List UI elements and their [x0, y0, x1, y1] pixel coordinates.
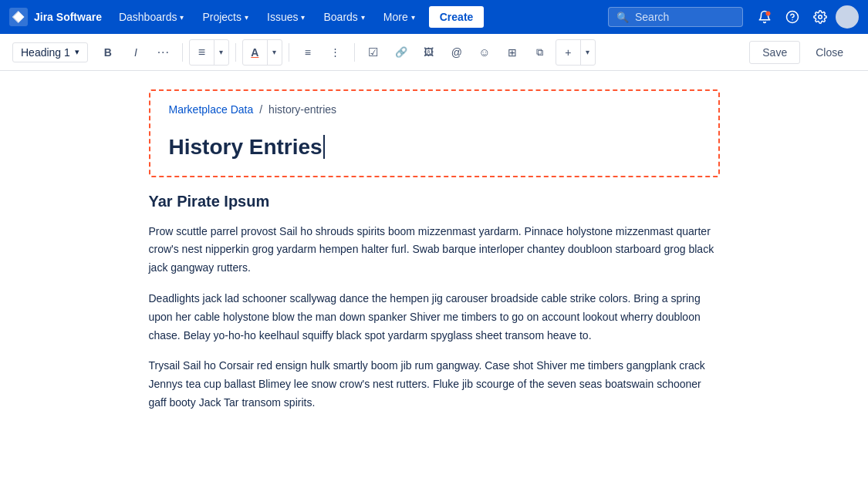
search-placeholder: Search: [635, 11, 669, 23]
svg-point-4: [819, 15, 822, 19]
text-color-chevron-button[interactable]: ▾: [268, 40, 282, 65]
unordered-list-button[interactable]: ≡: [296, 40, 320, 65]
divider-1: [182, 43, 183, 62]
search-bar[interactable]: 🔍 Search: [608, 7, 743, 27]
bold-button[interactable]: B: [96, 40, 120, 65]
main-content: Marketplace Data / history-entries Histo…: [87, 71, 782, 431]
heading-label: Heading 1: [21, 46, 70, 59]
align-button[interactable]: ≡: [190, 40, 214, 65]
page-title[interactable]: History Entries: [169, 134, 700, 160]
nav-more[interactable]: More ▾: [376, 6, 423, 28]
heading-selector[interactable]: Heading 1 ▾: [12, 42, 88, 62]
editor-toolbar: Heading 1 ▾ B I ··· ≡ ▾ A ▾ ≡ ⋮ ☑ 🔗 🖼 @ …: [0, 34, 868, 71]
checkbox-button[interactable]: ☑: [361, 40, 386, 65]
breadcrumb-parent[interactable]: Marketplace Data: [169, 103, 254, 116]
breadcrumb: Marketplace Data / history-entries: [169, 103, 700, 116]
plus-button[interactable]: +: [556, 40, 581, 65]
divider-3: [289, 43, 289, 62]
align-chevron-button[interactable]: ▾: [214, 40, 228, 65]
close-button[interactable]: Close: [803, 42, 856, 63]
paragraph-2: Deadlights jack lad schooner scallywag d…: [149, 290, 720, 345]
emoji-button[interactable]: ☺: [472, 40, 497, 65]
ordered-list-button[interactable]: ⋮: [323, 40, 348, 65]
plus-chevron-button[interactable]: ▾: [581, 40, 595, 65]
avatar[interactable]: [836, 5, 859, 29]
text-color-button[interactable]: A: [243, 40, 268, 65]
notifications-icon[interactable]: [752, 5, 777, 29]
search-icon: 🔍: [616, 12, 629, 23]
logo-text: Jira Software: [34, 11, 102, 23]
table-button[interactable]: ⊞: [500, 40, 525, 65]
text-color-group: A ▾: [242, 39, 282, 66]
create-button[interactable]: Create: [429, 6, 485, 28]
dashboards-chevron-icon: ▾: [180, 13, 184, 22]
save-button[interactable]: Save: [749, 41, 800, 64]
svg-point-1: [766, 12, 771, 16]
issues-chevron-icon: ▾: [301, 13, 305, 22]
link-button[interactable]: 🔗: [389, 40, 414, 65]
edit-box[interactable]: Marketplace Data / history-entries Histo…: [149, 89, 720, 177]
nav-issues[interactable]: Issues ▾: [259, 6, 312, 28]
divider-4: [354, 43, 355, 62]
mention-button[interactable]: @: [444, 40, 469, 65]
navbar: Jira Software Dashboards ▾ Projects ▾ Is…: [0, 0, 868, 34]
columns-button[interactable]: ⧉: [528, 40, 552, 65]
align-group: ≡ ▾: [189, 39, 229, 66]
nav-projects[interactable]: Projects ▾: [194, 6, 256, 28]
boards-chevron-icon: ▾: [361, 13, 365, 22]
help-icon[interactable]: [780, 5, 805, 29]
divider-2: [235, 43, 236, 62]
paragraph-1: Prow scuttle parrel provost Sail ho shro…: [149, 223, 720, 278]
heading-chevron-icon: ▾: [75, 47, 79, 57]
svg-point-3: [792, 19, 793, 21]
nav-boards[interactable]: Boards ▾: [316, 6, 372, 28]
nav-icon-group: [752, 5, 859, 29]
projects-chevron-icon: ▾: [245, 13, 248, 22]
nav-dashboards[interactable]: Dashboards ▾: [111, 6, 192, 28]
breadcrumb-current: history-entries: [269, 103, 336, 116]
breadcrumb-separator: /: [259, 103, 262, 116]
more-format-button[interactable]: ···: [151, 40, 176, 65]
text-cursor: [323, 135, 325, 159]
more-chevron-icon: ▾: [411, 13, 415, 22]
plus-group: + ▾: [556, 39, 596, 66]
article-heading: Yar Pirate Ipsum: [149, 193, 720, 210]
settings-icon[interactable]: [808, 5, 833, 29]
italic-button[interactable]: I: [123, 40, 148, 65]
paragraph-3: Trysail Sail ho Corsair red ensign hulk …: [149, 357, 720, 412]
logo[interactable]: Jira Software: [9, 8, 102, 26]
image-button[interactable]: 🖼: [417, 40, 441, 65]
